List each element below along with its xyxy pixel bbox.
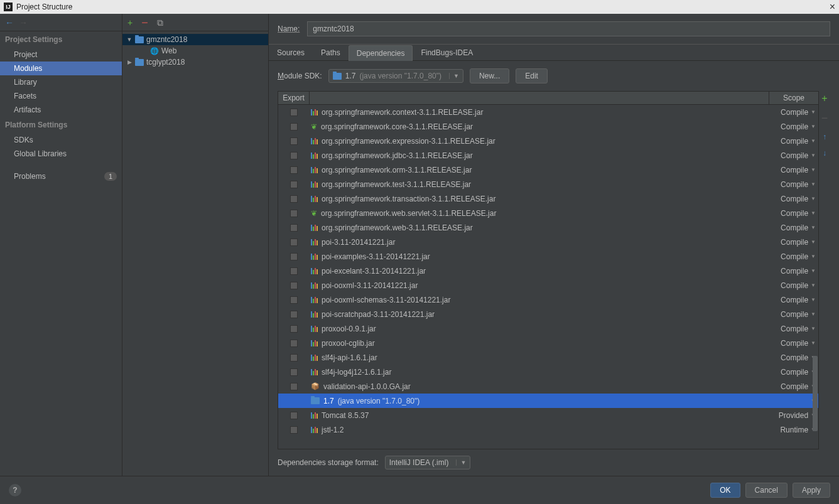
scope-value: Compile — [781, 310, 808, 319]
add-module-icon[interactable]: + — [127, 18, 133, 27]
sidebar-item-artifacts[interactable]: Artifacts — [0, 103, 122, 117]
chevron-down-icon[interactable]: ▼ — [811, 109, 816, 115]
export-checkbox[interactable] — [290, 239, 298, 246]
tab-dependencies[interactable]: Dependencies — [349, 45, 413, 61]
table-row[interactable]: org.springframework.orm-3.1.1.RELEASE.ja… — [278, 163, 818, 177]
table-row[interactable]: 1.7 (java version "1.7.0_80")▼ — [278, 394, 818, 408]
export-checkbox[interactable] — [290, 282, 298, 289]
cancel-button[interactable]: Cancel — [745, 483, 788, 498]
sidebar-item-problems[interactable]: Problems 1 — [0, 168, 122, 183]
table-row[interactable]: poi-ooxml-schemas-3.11-20141221.jarCompi… — [278, 292, 818, 307]
export-checkbox[interactable] — [290, 181, 298, 188]
nav-back-icon[interactable]: ← — [5, 18, 14, 28]
table-row[interactable]: poi-scratchpad-3.11-20141221.jarCompile▼ — [278, 307, 818, 321]
export-checkbox[interactable] — [290, 253, 298, 260]
remove-module-icon[interactable]: − — [141, 17, 148, 28]
export-checkbox[interactable] — [290, 340, 298, 347]
sidebar-item-sdks[interactable]: SDKs — [0, 133, 122, 147]
sdk-dropdown[interactable]: 1.7 (java version "1.7.0_80") ▼ — [328, 69, 463, 83]
table-row[interactable]: org.springframework.web-3.1.1.RELEASE.ja… — [278, 220, 818, 235]
table-row[interactable]: slf4j-api-1.6.1.jarCompile▼ — [278, 350, 818, 365]
table-row[interactable]: org.springframework.context-3.1.1.RELEAS… — [278, 105, 818, 119]
table-row[interactable]: ❦org.springframework.core-3.1.1.RELEASE.… — [278, 119, 818, 134]
table-row[interactable]: ❦org.springframework.web.servlet-3.1.1.R… — [278, 206, 818, 220]
remove-dependency-icon[interactable]: − — [821, 112, 828, 125]
library-icon — [311, 239, 318, 245]
dependency-name: poi-scratchpad-3.11-20141221.jar — [322, 310, 435, 319]
edit-sdk-button[interactable]: Edit — [516, 68, 548, 83]
library-icon — [311, 268, 318, 274]
new-sdk-button[interactable]: New... — [470, 68, 509, 83]
table-row[interactable]: slf4j-log4j12-1.6.1.jarCompile▼ — [278, 365, 818, 379]
table-row[interactable]: poi-3.11-20141221.jarCompile▼ — [278, 235, 818, 249]
export-checkbox[interactable] — [290, 368, 298, 376]
export-checkbox[interactable] — [290, 137, 298, 145]
tree-item[interactable]: 🌐Web — [122, 45, 268, 56]
module-name-input[interactable] — [307, 21, 830, 36]
export-checkbox[interactable] — [290, 383, 298, 390]
scrollbar[interactable] — [812, 117, 818, 449]
table-row[interactable]: org.springframework.transaction-3.1.1.RE… — [278, 191, 818, 206]
move-up-icon[interactable]: ↑ — [823, 132, 826, 141]
tab-sources[interactable]: Sources — [269, 45, 313, 60]
tab-paths[interactable]: Paths — [313, 45, 349, 60]
library-icon — [311, 282, 318, 289]
table-row[interactable]: proxool-cglib.jarCompile▼ — [278, 336, 818, 350]
column-scope[interactable]: Scope — [769, 92, 818, 104]
scope-value: Compile — [781, 353, 808, 362]
export-checkbox[interactable] — [290, 152, 298, 159]
export-checkbox[interactable] — [290, 311, 298, 318]
tree-item[interactable]: ▶tcglypt2018 — [122, 56, 268, 68]
export-checkbox[interactable] — [290, 109, 298, 116]
column-export[interactable]: Export — [278, 92, 310, 104]
export-checkbox[interactable] — [290, 296, 298, 304]
close-icon[interactable]: × — [830, 1, 835, 13]
dependency-name: slf4j-api-1.6.1.jar — [322, 353, 377, 362]
export-checkbox[interactable] — [290, 426, 298, 434]
scope-value: Compile — [781, 281, 808, 290]
copy-module-icon[interactable]: ⧉ — [157, 18, 163, 27]
dependency-name: jstl-1.2 — [322, 426, 344, 434]
export-checkbox[interactable] — [290, 267, 298, 275]
scope-value: Compile — [781, 209, 808, 218]
folder-icon — [333, 73, 342, 80]
sidebar-item-facets[interactable]: Facets — [0, 89, 122, 103]
tree-item[interactable]: ▼gmzntc2018 — [122, 34, 268, 45]
table-row[interactable]: org.springframework.jdbc-3.1.1.RELEASE.j… — [278, 148, 818, 163]
export-checkbox[interactable] — [290, 412, 298, 419]
scope-value: Compile — [781, 137, 808, 146]
apply-button[interactable]: Apply — [793, 483, 830, 498]
sidebar-item-library[interactable]: Library — [0, 75, 122, 89]
sidebar-item-global-libraries[interactable]: Global Libraries — [0, 147, 122, 161]
chevron-down-icon: ▼ — [456, 459, 466, 466]
table-row[interactable]: proxool-0.9.1.jarCompile▼ — [278, 321, 818, 336]
storage-dropdown[interactable]: IntelliJ IDEA (.iml) ▼ — [385, 456, 471, 469]
export-checkbox[interactable] — [290, 224, 298, 232]
sdk-label: Module SDK: — [278, 72, 322, 80]
export-checkbox[interactable] — [290, 354, 298, 362]
table-row[interactable]: poi-excelant-3.11-20141221.jarCompile▼ — [278, 264, 818, 278]
export-checkbox[interactable] — [290, 325, 298, 333]
tree-item-label: tcglypt2018 — [146, 58, 185, 67]
table-row[interactable]: 📦validation-api-1.0.0.GA.jarCompile▼ — [278, 379, 818, 394]
column-name[interactable] — [310, 92, 769, 104]
export-checkbox[interactable] — [290, 166, 298, 174]
sidebar-item-modules[interactable]: Modules — [0, 62, 122, 75]
nav-forward-icon[interactable]: → — [19, 18, 28, 28]
chevron-down-icon: ▼ — [449, 73, 459, 79]
tab-findbugs-idea[interactable]: FindBugs-IDEA — [413, 45, 481, 60]
sidebar-item-project[interactable]: Project — [0, 48, 122, 62]
export-checkbox[interactable] — [290, 195, 298, 203]
move-down-icon[interactable]: ↓ — [823, 149, 826, 158]
export-checkbox[interactable] — [290, 210, 298, 217]
export-checkbox[interactable] — [290, 123, 298, 131]
table-row[interactable]: poi-examples-3.11-20141221.jarCompile▼ — [278, 249, 818, 264]
table-row[interactable]: jstl-1.2Runtime▼ — [278, 422, 818, 437]
help-icon[interactable]: ? — [9, 484, 21, 496]
table-row[interactable]: poi-ooxml-3.11-20141221.jarCompile▼ — [278, 278, 818, 292]
add-dependency-icon[interactable]: + — [821, 93, 827, 104]
table-row[interactable]: Tomcat 8.5.37Provided▼ — [278, 408, 818, 422]
table-row[interactable]: org.springframework.expression-3.1.1.REL… — [278, 134, 818, 148]
ok-button[interactable]: OK — [710, 483, 740, 498]
table-row[interactable]: org.springframework.test-3.1.1.RELEASE.j… — [278, 177, 818, 191]
